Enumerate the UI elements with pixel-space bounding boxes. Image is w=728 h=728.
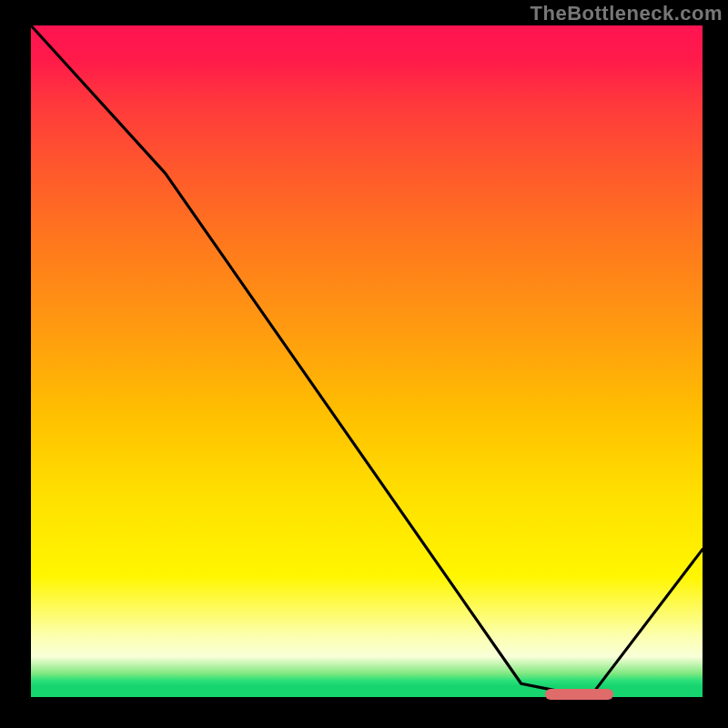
line-plot — [31, 25, 703, 697]
chart-container: TheBottleneck.com — [0, 0, 728, 728]
watermark-text: TheBottleneck.com — [531, 2, 723, 25]
highlight-marker — [545, 689, 612, 700]
plot-curve — [31, 25, 703, 691]
plot-area — [25, 25, 703, 703]
